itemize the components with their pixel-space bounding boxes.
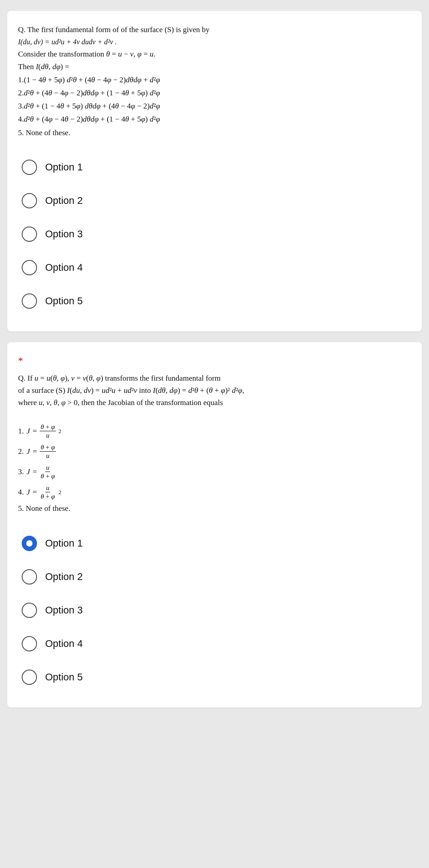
q2-radio-2[interactable] <box>22 569 37 585</box>
q2-option-4[interactable]: Option 4 <box>18 628 411 660</box>
q2-option-3-label: Option 3 <box>45 604 83 616</box>
q1-radio-5[interactable] <box>22 293 37 309</box>
q2-option-1[interactable]: Option 1 <box>18 528 411 559</box>
q2-radio-5[interactable] <box>22 670 37 685</box>
q1-option-5-label: Option 5 <box>45 295 83 307</box>
q2-option-1-label: Option 1 <box>45 538 83 549</box>
q2-option-5[interactable]: Option 5 <box>18 661 411 693</box>
q2-option-3[interactable]: Option 3 <box>18 594 411 626</box>
question-2-text: Q. If u = u(θ, φ), v = v(θ, φ) transform… <box>18 372 411 515</box>
q1-option-2-label: Option 2 <box>45 195 83 207</box>
required-asterisk: * <box>18 355 411 367</box>
question-1-card: Q. The first fundamental form of of the … <box>7 11 422 331</box>
q1-option-3-label: Option 3 <box>45 228 83 240</box>
q1-radio-3[interactable] <box>22 226 37 242</box>
q1-option-1-label: Option 1 <box>45 161 83 173</box>
q1-radio-1[interactable] <box>22 160 37 175</box>
q2-option-2[interactable]: Option 2 <box>18 561 411 593</box>
q2-radio-1[interactable] <box>22 536 37 551</box>
q2-option-5-label: Option 5 <box>45 671 83 683</box>
q1-radio-2[interactable] <box>22 193 37 208</box>
q2-option-4-label: Option 4 <box>45 638 83 650</box>
q1-option-2[interactable]: Option 2 <box>18 185 411 217</box>
q1-option-1[interactable]: Option 1 <box>18 151 411 183</box>
question-1-text: Q. The first fundamental form of of the … <box>18 24 411 139</box>
q2-radio-4[interactable] <box>22 636 37 651</box>
q1-radio-4[interactable] <box>22 260 37 275</box>
q2-option-2-label: Option 2 <box>45 571 83 583</box>
q1-option-4-label: Option 4 <box>45 262 83 274</box>
q1-option-3[interactable]: Option 3 <box>18 218 411 250</box>
question-1-options: Option 1 Option 2 Option 3 Option 4 Opti… <box>18 151 411 317</box>
q1-option-5[interactable]: Option 5 <box>18 285 411 317</box>
question-2-card: * Q. If u = u(θ, φ), v = v(θ, φ) transfo… <box>7 342 422 708</box>
q2-radio-3[interactable] <box>22 603 37 618</box>
q1-option-4[interactable]: Option 4 <box>18 252 411 283</box>
question-2-options: Option 1 Option 2 Option 3 Option 4 Opti… <box>18 528 411 693</box>
